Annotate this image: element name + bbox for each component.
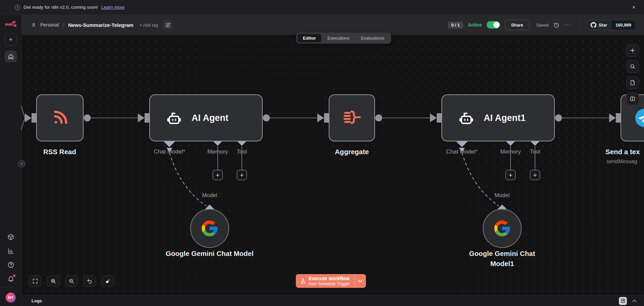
port-label-chat-model: Chat Model*: [446, 148, 478, 155]
rename-workflow-button[interactable]: [163, 20, 173, 30]
banner-close-icon[interactable]: ×: [632, 5, 635, 10]
file-icon: [630, 80, 635, 85]
n8n-app: i Get ready for n8n v2.0, coming soon! L…: [0, 0, 644, 306]
sticky-note-button[interactable]: [626, 76, 639, 89]
tab-editor[interactable]: Editor: [298, 34, 321, 42]
add-node-button[interactable]: [626, 44, 639, 57]
tidy-up-button[interactable]: [101, 275, 114, 287]
node-label-rss: RSS Read: [43, 148, 76, 156]
github-icon: [591, 22, 596, 28]
node-label-aggregate: Aggregate: [335, 148, 369, 156]
view-tabs: Editor Executions Evaluations: [296, 33, 391, 44]
banner-learn-more-link[interactable]: Learn more: [101, 5, 124, 10]
expand-panel-chevron[interactable]: ›: [18, 160, 25, 168]
node-rss-read[interactable]: [36, 94, 84, 141]
logs-panel-header[interactable]: Logs: [22, 295, 644, 306]
node-aggregate[interactable]: [329, 94, 375, 141]
node-label-gemini1: Google Gemini Chat Model: [164, 249, 255, 259]
node-gemini-chat-model[interactable]: [190, 209, 229, 248]
notification-dot: [13, 274, 15, 277]
notifications-bell-icon[interactable]: [7, 275, 14, 282]
workflow-header: Personal / News-Summarize-Telegram + Add…: [22, 15, 644, 35]
canvas-right-toolbar: [626, 44, 639, 105]
port-label-memory: Memory: [500, 148, 521, 155]
fit-view-icon: [33, 278, 38, 284]
add-memory-button[interactable]: +: [213, 170, 223, 180]
edit-icon: [165, 23, 170, 28]
flask-icon: [301, 278, 306, 284]
saved-status: Saved: [536, 23, 549, 28]
zoom-in-button[interactable]: [47, 275, 60, 287]
add-tool-button[interactable]: +: [237, 170, 247, 180]
canvas-bottom-toolbar: [29, 275, 114, 287]
templates-icon[interactable]: [7, 233, 14, 241]
node-label-gemini2: Google Gemini Chat Model1: [457, 249, 547, 268]
port-label-tool: Tool: [530, 148, 540, 155]
user-avatar[interactable]: MY: [6, 293, 16, 303]
share-button[interactable]: Share: [505, 20, 530, 30]
robot-icon: [458, 111, 475, 125]
google-icon: [493, 219, 512, 238]
plus-icon: [630, 48, 635, 53]
add-tool-button[interactable]: +: [530, 170, 540, 180]
panel-icon: [630, 96, 635, 101]
breadcrumb-separator: /: [63, 22, 64, 28]
chevron-up-icon[interactable]: [632, 299, 637, 302]
workflow-canvas[interactable]: Editor Executions Evaluations: [22, 35, 644, 295]
node-label-telegram: Send a tex: [605, 148, 640, 156]
toggle-panel-button[interactable]: [626, 92, 639, 105]
tab-evaluations[interactable]: Evaluations: [356, 34, 390, 42]
logs-title: Logs: [32, 298, 42, 303]
search-icon: [630, 64, 635, 69]
add-memory-button[interactable]: +: [505, 170, 516, 180]
google-icon: [200, 219, 219, 238]
banner-text: Get ready for n8n v2.0, coming soon!: [23, 5, 98, 10]
node-ai-agent1[interactable]: AI Agent1: [441, 94, 555, 141]
workflow-name[interactable]: News-Summarize-Telegram: [68, 22, 133, 28]
node-gemini-chat-model1[interactable]: [483, 209, 522, 248]
tab-executions[interactable]: Executions: [322, 34, 355, 42]
n8n-logo[interactable]: [5, 20, 16, 28]
breadcrumb-project[interactable]: Personal: [40, 22, 59, 28]
execute-title: Execute workflow: [309, 275, 350, 281]
toggle-knob: [493, 22, 499, 28]
node-sublabel-telegram: sendMessag: [607, 159, 637, 165]
github-star-widget[interactable]: Star 160,989: [587, 20, 636, 30]
zoom-out-button[interactable]: [65, 275, 78, 287]
rss-icon: [50, 108, 70, 128]
insights-icon[interactable]: [7, 248, 14, 255]
left-sidebar: +: [0, 15, 22, 306]
execute-workflow-button[interactable]: Execute workflow from Schedule Trigger: [296, 274, 366, 288]
port-label-tool: Tool: [236, 148, 247, 155]
search-nodes-button[interactable]: [626, 60, 639, 73]
active-label: Active: [468, 22, 482, 28]
github-star-label: Star: [599, 23, 607, 28]
open-logs-window-button[interactable]: [619, 297, 627, 305]
execute-subtitle: from Schedule Trigger: [309, 281, 350, 287]
tidy-up-icon: [105, 278, 110, 284]
execution-count-badge: 0 / 1: [448, 21, 463, 29]
workflow-history-icon[interactable]: [553, 22, 559, 28]
port-label-model: Model: [495, 192, 510, 199]
telegram-icon: [635, 108, 644, 128]
pop-out-icon: [621, 299, 625, 303]
person-icon: [31, 23, 36, 28]
zoom-out-icon: [69, 278, 74, 284]
github-star-count: 160,989: [611, 20, 636, 30]
sidebar-item-overview[interactable]: [5, 50, 17, 62]
port-label-chat-model: Chat Model*: [154, 148, 185, 155]
aggregate-icon: [342, 109, 362, 127]
node-ai-agent[interactable]: AI Agent: [149, 94, 263, 141]
add-workflow-button[interactable]: +: [5, 34, 17, 46]
active-toggle[interactable]: [487, 21, 500, 29]
undo-button[interactable]: [83, 275, 96, 287]
undo-icon: [87, 278, 92, 284]
more-options-icon[interactable]: ···: [564, 22, 572, 28]
help-icon[interactable]: [7, 261, 14, 268]
add-tag-button[interactable]: + Add tag: [140, 23, 158, 28]
port-label-memory: Memory: [207, 148, 228, 155]
zoom-to-fit-button[interactable]: [29, 275, 42, 287]
zoom-in-icon: [51, 278, 56, 284]
robot-icon: [166, 111, 183, 125]
execute-options-caret[interactable]: [355, 274, 366, 288]
